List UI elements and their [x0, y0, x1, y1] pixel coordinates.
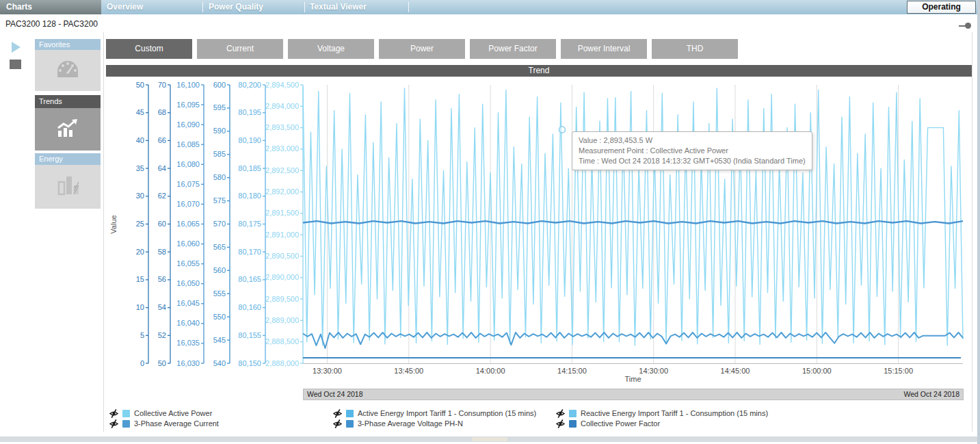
filter-button-voltage[interactable]: Voltage — [288, 39, 374, 59]
y-axis-6: 2,888,0002,888,5002,889,0002,889,5002,89… — [265, 81, 303, 367]
legend-item[interactable]: 3-Phase Average Voltage PH-N — [333, 419, 463, 428]
svg-text:2,889,500: 2,889,500 — [265, 295, 299, 303]
svg-text:64: 64 — [158, 164, 166, 172]
svg-text:2,891,000: 2,891,000 — [265, 231, 299, 239]
tab-power-quality[interactable]: Power Quality — [209, 0, 263, 14]
svg-text:2,894,500: 2,894,500 — [265, 81, 299, 89]
svg-text:2,888,000: 2,888,000 — [265, 359, 299, 367]
svg-text:585: 585 — [213, 150, 226, 158]
svg-text:590: 590 — [213, 127, 226, 135]
tab-overview[interactable]: Overview — [107, 0, 143, 14]
legend-item[interactable]: Active Energy Import Tariff 1 - Consumpt… — [333, 408, 536, 418]
svg-text:66: 66 — [158, 136, 166, 144]
sidebar-item-favorites[interactable]: Favorites — [35, 39, 101, 50]
svg-text:2,890,000: 2,890,000 — [265, 273, 299, 281]
svg-text:40: 40 — [136, 136, 144, 144]
trend-up-icon — [54, 117, 81, 142]
eye-icon[interactable] — [556, 409, 565, 418]
legend-item[interactable]: Collective Power Factor — [556, 419, 660, 428]
svg-text:2,890,500: 2,890,500 — [265, 252, 299, 260]
trend-chart[interactable]: 0510152025303540455050525456586062646668… — [109, 77, 972, 387]
svg-text:80,190: 80,190 — [238, 136, 261, 144]
series-color-swatch — [569, 420, 577, 428]
svg-text:68: 68 — [158, 108, 166, 116]
time-range-scrollbar[interactable]: Wed Oct 24 2018 Wed Oct 24 2018 — [303, 389, 964, 400]
range-end-date: Wed Oct 24 2018 — [903, 389, 959, 400]
horizontal-scrollbar-thumb[interactable] — [472, 437, 507, 441]
operating-button[interactable]: Operating — [907, 1, 976, 14]
sidebar-item-energy[interactable]: Energy — [35, 153, 101, 165]
y-axis-1: 05101520253035404550 — [136, 81, 148, 367]
svg-text:2,894,000: 2,894,000 — [265, 102, 299, 110]
eye-icon[interactable] — [109, 419, 118, 428]
svg-text:54: 54 — [158, 303, 166, 311]
legend-item[interactable]: 3-Phase Average Current — [109, 419, 219, 428]
tab-charts[interactable]: Charts — [0, 0, 101, 14]
filter-button-power-interval[interactable]: Power Interval — [561, 39, 647, 59]
svg-text:580: 580 — [213, 173, 226, 181]
pin-icon[interactable] — [959, 23, 972, 29]
eye-icon[interactable] — [109, 409, 118, 418]
panel-divider-right — [972, 32, 972, 432]
svg-text:570: 570 — [213, 220, 226, 228]
svg-text:2,892,000: 2,892,000 — [265, 187, 299, 196]
svg-text:45: 45 — [136, 108, 144, 116]
range-start-date: Wed Oct 24 2018 — [307, 389, 363, 400]
svg-text:16,080: 16,080 — [176, 160, 200, 168]
svg-text:14:30:00: 14:30:00 — [639, 367, 668, 375]
filter-button-thd[interactable]: THD — [652, 39, 738, 59]
filter-button-power[interactable]: Power — [379, 39, 465, 59]
svg-text:0: 0 — [140, 359, 144, 367]
legend-label: Collective Power Factor — [581, 419, 660, 428]
svg-text:62: 62 — [158, 192, 166, 200]
svg-text:60: 60 — [158, 220, 166, 228]
svg-text:550: 550 — [213, 313, 226, 321]
gauge-icon — [54, 58, 81, 83]
svg-text:80,195: 80,195 — [238, 108, 261, 116]
eye-icon[interactable] — [556, 419, 565, 428]
tooltip: Value : 2,893,453.5 W Measurement Point … — [572, 131, 812, 170]
tooltip-value: Value : 2,893,453.5 W — [579, 135, 806, 146]
legend-item[interactable]: Collective Active Power — [109, 408, 212, 418]
eye-icon[interactable] — [333, 409, 342, 418]
svg-text:30: 30 — [136, 192, 144, 200]
hover-point-marker — [559, 127, 565, 133]
svg-text:15: 15 — [136, 275, 144, 283]
nav-separator — [304, 2, 305, 12]
svg-text:16,040: 16,040 — [176, 319, 200, 327]
svg-text:80,150: 80,150 — [238, 359, 261, 367]
svg-text:10: 10 — [136, 303, 144, 311]
y-axis-2: 5052545658606264666870 — [158, 81, 170, 367]
sidebar-favorites-tile[interactable] — [35, 50, 101, 91]
sidebar-energy-tile[interactable] — [35, 165, 101, 209]
filter-button-current[interactable]: Current — [197, 39, 283, 59]
svg-text:52: 52 — [158, 331, 166, 339]
legend-item[interactable]: Reactive Energy Import Tariff 1 - Consum… — [556, 408, 768, 418]
breadcrumb: PAC3200 128 - PAC3200 — [5, 19, 98, 29]
svg-text:16,060: 16,060 — [176, 239, 200, 248]
svg-text:14:00:00: 14:00:00 — [476, 367, 505, 375]
svg-text:13:45:00: 13:45:00 — [394, 367, 423, 375]
tab-textual-viewer[interactable]: Textual Viewer — [310, 0, 367, 14]
panel-divider — [103, 32, 104, 432]
sidebar-item-trends[interactable]: Trends — [35, 95, 101, 108]
svg-text:16,055: 16,055 — [176, 259, 200, 267]
svg-text:20: 20 — [136, 248, 144, 256]
filter-button-power-factor[interactable]: Power Factor — [470, 39, 556, 59]
svg-text:25: 25 — [136, 220, 144, 228]
energy-bars-icon — [54, 174, 81, 200]
filter-button-custom[interactable]: Custom — [106, 39, 192, 59]
eye-icon[interactable] — [333, 419, 342, 428]
svg-text:16,095: 16,095 — [176, 101, 200, 109]
collapse-square-icon[interactable] — [10, 60, 21, 69]
svg-text:80,165: 80,165 — [238, 275, 261, 283]
svg-text:595: 595 — [213, 103, 226, 112]
series-color-swatch — [569, 410, 577, 417]
expand-arrow-icon[interactable] — [12, 42, 21, 53]
legend-label: Collective Active Power — [134, 409, 212, 417]
sidebar-trends-tile[interactable] — [35, 108, 101, 151]
svg-text:16,065: 16,065 — [176, 220, 200, 228]
y-axis-title: Value — [109, 215, 118, 233]
svg-text:2,893,000: 2,893,000 — [265, 144, 299, 153]
svg-text:16,045: 16,045 — [176, 299, 200, 307]
